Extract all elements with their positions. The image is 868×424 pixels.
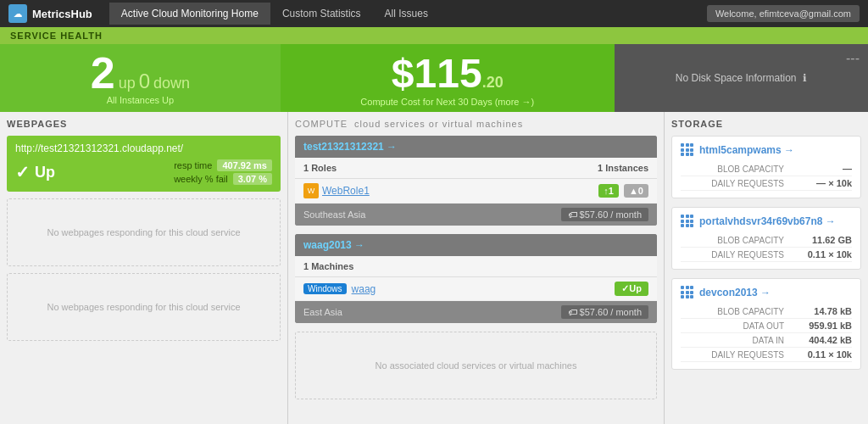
storage-data-out-3: DATA OUT 959.91 kB [681,319,852,333]
storage-link-1[interactable]: html5campwams → [699,144,794,156]
brand: ☁ MetricsHub [8,4,92,23]
machine-row: Windows waag ✓Up [295,277,657,301]
compute-header: COMPUTE cloud services or virtual machin… [295,119,657,129]
no-webpages-1: No webpages responding for this cloud se… [7,198,281,266]
storage-icon-2 [681,215,694,228]
service-health-label: SERVICE HEALTH [10,31,103,41]
instances-subtitle: All Instances Up [107,95,174,105]
service1-row-header: 1 Roles 1 Instances [295,158,657,179]
service-health-bar: SERVICE HEALTH [0,27,868,44]
disk-card: --- No Disk Space Information ℹ [615,44,868,112]
storage-requests-1: DAILY REQUESTS — × 10k [681,176,852,191]
instance-down-label: down [153,75,190,92]
header-nav: Active Cloud Monitoring Home Custom Stat… [109,3,440,25]
weekly-label: weekly % fail [174,174,228,184]
role-link[interactable]: WebRole1 [322,185,370,197]
machine-link[interactable]: waag [352,283,376,295]
storage-item-2: portalvhdsvr34r69vb67n8 → BLOB CAPACITY … [671,207,861,270]
nav-issues[interactable]: All Issues [373,3,440,25]
resp-value: 407.92 ms [217,159,272,171]
storage-blob-3: BLOB CAPACITY 14.78 kB [681,304,852,319]
service2-link[interactable]: waag2013 → [303,239,364,251]
storage-header: STORAGE [671,119,861,129]
cost-dollar: $115 [392,50,482,97]
service2-machines-header: 1 Machines [295,256,657,277]
header: ☁ MetricsHub Active Cloud Monitoring Hom… [0,0,868,27]
resp-label: resp time [174,160,212,170]
status-up: Up [35,164,55,181]
storage-icon-3 [681,286,694,299]
storage-icon-1 [681,143,694,157]
webpages-header: WEBPAGES [7,119,281,129]
alert-badge: ▲0 [624,184,648,198]
cost-card: $115 .20 Compute Cost for Next 30 Days (… [281,44,615,112]
storage-blob-1: BLOB CAPACITY — [681,162,852,176]
instance-up-label: up [119,75,136,92]
webpage-url[interactable]: http://test21321312321.cloudapp.net/ [15,142,183,154]
check-icon: ✓ [15,162,30,182]
storage-requests-2: DAILY REQUESTS 0.11 × 10k [681,248,852,262]
service2-footer: East Asia 🏷 $57.60 / month [295,301,657,323]
service2-price: 🏷 $57.60 / month [561,305,648,319]
user-menu[interactable]: Welcome, efimtceva@gmail.com [707,5,860,22]
service1-footer: Southeast Asia 🏷 $57.60 / month [295,204,657,226]
nav-custom[interactable]: Custom Statistics [270,3,373,25]
instances-card: 2 up 0 down All Instances Up [0,44,281,112]
compute-column: COMPUTE cloud services or virtual machin… [288,112,665,424]
no-compute: No associated cloud services or virtual … [295,332,657,399]
no-webpages-2: No webpages responding for this cloud se… [7,273,281,341]
disk-info-icon: ℹ [803,72,807,84]
logo-icon: ☁ [8,4,27,23]
storage-blob-2: BLOB CAPACITY 11.62 GB [681,233,852,248]
storage-item-3: devcon2013 → BLOB CAPACITY 14.78 kB DATA… [671,278,861,370]
cost-subtitle: Compute Cost for Next 30 Days (more →) [360,97,534,107]
service1-price: 🏷 $57.60 / month [561,208,648,221]
summary-cards: 2 up 0 down All Instances Up $115 .20 Co… [0,44,868,112]
service1-header: test21321312321 → [295,136,657,158]
webpage-card: http://test21321312321.cloudapp.net/ ✓ U… [7,136,281,192]
service1-link[interactable]: test21321312321 → [303,141,397,153]
role-icon: W [303,183,319,198]
disk-text: No Disk Space Information [676,72,797,84]
instance-count-up: 2 [91,51,115,95]
storage-link-2[interactable]: portalvhdsvr34r69vb67n8 → [699,215,836,227]
compute-service-2: waag2013 → 1 Machines Windows waag ✓Up [295,234,657,323]
brand-name: MetricsHub [32,8,92,20]
storage-column: STORAGE html5campwams → BLOB CAPACITY — … [665,112,868,424]
weekly-value: 3.07 % [233,173,272,185]
storage-item-1: html5campwams → BLOB CAPACITY — DAILY RE… [671,136,861,198]
cost-cents: .20 [482,74,504,92]
storage-requests-3: DAILY REQUESTS 0.11 × 10k [681,348,852,362]
storage-data-in-3: DATA IN 404.42 kB [681,333,852,348]
compute-service-1: test21321312321 → 1 Roles 1 Instances W … [295,136,657,226]
windows-tag: Windows [303,283,347,294]
service2-header: waag2013 → [295,234,657,256]
storage-link-3[interactable]: devcon2013 → [699,287,771,298]
main-content: WEBPAGES http://test21321312321.cloudapp… [0,112,868,424]
nav-home[interactable]: Active Cloud Monitoring Home [109,3,270,25]
instance-count-down: 0 [139,70,150,93]
role-row: W WebRole1 ↑1 ▲0 [295,179,657,204]
webpages-column: WEBPAGES http://test21321312321.cloudapp… [0,112,288,424]
instance-badge: ↑1 [598,184,619,198]
disk-dots: --- [846,51,860,66]
machine-status: ✓Up [615,282,648,296]
